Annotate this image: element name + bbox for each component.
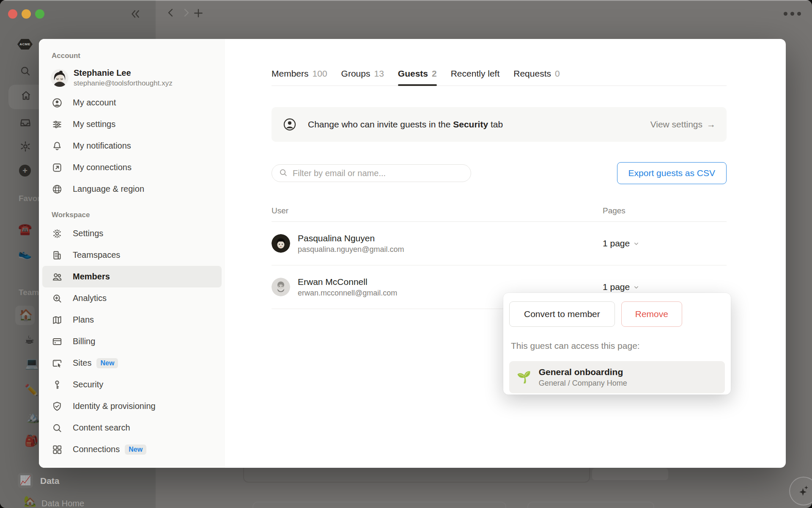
close-window-button[interactable]	[8, 9, 17, 19]
page-emoji-coffee[interactable]: ☕	[25, 334, 34, 345]
tab-recently-left[interactable]: Recently left	[451, 69, 500, 86]
person-circle-icon	[52, 97, 63, 108]
page-title: General onboarding	[539, 367, 627, 377]
page-emoji-pencil[interactable]: ✏️	[25, 384, 38, 395]
page-emoji-laptop[interactable]: 💻	[25, 358, 38, 369]
sidebar-item-identity-provisioning[interactable]: Identity & provisioning	[42, 395, 222, 417]
sidebar-item-my-connections[interactable]: My connections	[42, 157, 222, 178]
key-icon	[52, 379, 63, 390]
page-emoji-mountain[interactable]: 🏔️	[26, 411, 40, 422]
convert-to-member-button[interactable]: Convert to member	[509, 301, 615, 327]
sidebar-item-language-region[interactable]: Language & region	[42, 178, 222, 200]
page-emoji-backpack[interactable]: 🎒	[25, 435, 38, 446]
sidebar-collapse-icon[interactable]	[129, 8, 140, 19]
column-header-pages: Pages	[594, 206, 727, 215]
shield-check-icon	[52, 401, 63, 412]
inbox-icon[interactable]	[19, 117, 31, 130]
settings-icon[interactable]	[19, 141, 31, 154]
zoom-window-button[interactable]	[35, 9, 44, 19]
sidebar-item-settings[interactable]: Settings	[42, 223, 222, 244]
building-icon	[52, 250, 63, 261]
new-badge: New	[96, 358, 118, 368]
page-emoji-phone[interactable]: ☎️	[18, 224, 32, 235]
page-emoji-house[interactable]: 🏠	[19, 309, 33, 320]
gear-icon	[52, 228, 63, 239]
sidebar-item-teamspaces[interactable]: Teamspaces	[42, 244, 222, 266]
ai-sparkle-button[interactable]	[789, 477, 812, 505]
banner-text: Change who can invite guests in the Secu…	[308, 119, 503, 130]
new-tab-icon[interactable]	[193, 8, 204, 19]
data-home-label[interactable]: Data Home	[41, 499, 84, 508]
chevron-down-icon	[633, 284, 639, 290]
members-tabs: Members100 Groups13 Guests2 Recently lef…	[272, 69, 727, 86]
avatar	[51, 69, 69, 87]
chevron-down-icon	[633, 240, 639, 247]
bell-icon	[52, 141, 63, 152]
magnifier-icon	[52, 422, 63, 433]
grid-icon	[52, 444, 63, 455]
ai-sparkle-icon	[796, 484, 811, 498]
minimize-window-button[interactable]	[22, 9, 31, 19]
home-icon[interactable]	[20, 90, 32, 103]
guest-name: Erwan McConnell	[298, 276, 397, 287]
people-icon	[52, 271, 63, 282]
guest-email: pasqualina.nguyen@gmail.com	[298, 245, 404, 254]
sidebar-item-analytics[interactable]: Analytics	[42, 287, 222, 309]
account-user-email: stephanie@toolsforthought.xyz	[74, 79, 173, 88]
settings-sidebar: Account Stephanie Lee stephanie@toolsfor…	[39, 39, 225, 468]
sidebar-item-my-settings[interactable]: My settings	[42, 113, 222, 135]
guest-filter-input[interactable]	[292, 168, 464, 179]
forward-icon[interactable]	[181, 8, 191, 18]
column-header-user: User	[272, 206, 594, 215]
sidebar-item-security[interactable]: Security	[42, 374, 222, 395]
tab-guests[interactable]: Guests2	[398, 69, 437, 86]
export-guests-csv-button[interactable]: Export guests as CSV	[617, 162, 727, 184]
page-breadcrumb: General / Company Home	[539, 379, 627, 388]
data-page-icon[interactable]: 📈	[18, 473, 33, 488]
new-badge: New	[125, 444, 146, 455]
account-section-title: Account	[52, 52, 222, 60]
guest-user-cell: Pasqualina Nguyen pasqualina.nguyen@gmai…	[272, 233, 594, 254]
seedling-page-icon: 🌱	[517, 372, 531, 383]
workspace-section-title: Workspace	[52, 211, 222, 219]
tab-requests[interactable]: Requests0	[513, 69, 560, 86]
page-emoji-sneaker[interactable]: 👟	[18, 248, 32, 259]
account-user[interactable]: Stephanie Lee stephanie@toolsforthought.…	[51, 68, 222, 88]
account-user-name: Stephanie Lee	[74, 68, 173, 78]
remove-guest-button[interactable]: Remove	[621, 301, 682, 327]
new-page-icon[interactable]: +	[19, 165, 31, 177]
sidebar-item-sites[interactable]: Sites New	[42, 352, 222, 374]
guest-pages-dropdown[interactable]: 1 page	[594, 238, 727, 248]
favorites-section-label: Favorites	[19, 194, 39, 203]
guest-actions-popup: Convert to member Remove This guest can …	[503, 293, 731, 395]
guest-pages-dropdown[interactable]: 1 page	[594, 282, 727, 292]
tab-members[interactable]: Members100	[272, 69, 327, 86]
guest-access-page-item[interactable]: 🌱 General onboarding General / Company H…	[509, 361, 725, 393]
data-home-emoji[interactable]: 🏡	[24, 496, 36, 506]
sidebar-item-content-search[interactable]: Content search	[42, 417, 222, 439]
globe-icon	[52, 184, 63, 195]
teamspaces-section-label: Teamspaces	[19, 288, 39, 297]
table-row: Pasqualina Nguyen pasqualina.nguyen@gmai…	[272, 222, 727, 265]
avatar	[272, 278, 290, 296]
sidebar-item-plans[interactable]: Plans	[42, 309, 222, 331]
search-icon[interactable]	[19, 65, 31, 78]
search-icon	[279, 168, 288, 179]
invite-guests-banner: Change who can invite guests in the Secu…	[272, 107, 727, 142]
sidebar-item-my-account[interactable]: My account	[42, 92, 222, 113]
settings-content: Members100 Groups13 Guests2 Recently lef…	[225, 39, 786, 468]
back-icon[interactable]	[166, 8, 176, 18]
person-circle-icon	[283, 117, 297, 132]
sidebar-item-connections[interactable]: Connections New	[42, 439, 222, 460]
background-card-fragment	[527, 502, 654, 508]
sidebar-item-my-notifications[interactable]: My notifications	[42, 135, 222, 157]
view-settings-link[interactable]: View settings →	[650, 119, 716, 130]
more-menu-icon[interactable]	[784, 12, 801, 16]
data-page-label[interactable]: Data	[40, 476, 60, 486]
magnifier-plus-icon	[52, 293, 63, 304]
guest-filter-input-wrap	[272, 164, 471, 182]
sidebar-item-billing[interactable]: Billing	[42, 331, 222, 352]
sidebar-item-members[interactable]: Members	[42, 266, 222, 287]
arrow-up-right-box-icon	[52, 162, 63, 173]
tab-groups[interactable]: Groups13	[341, 69, 384, 86]
